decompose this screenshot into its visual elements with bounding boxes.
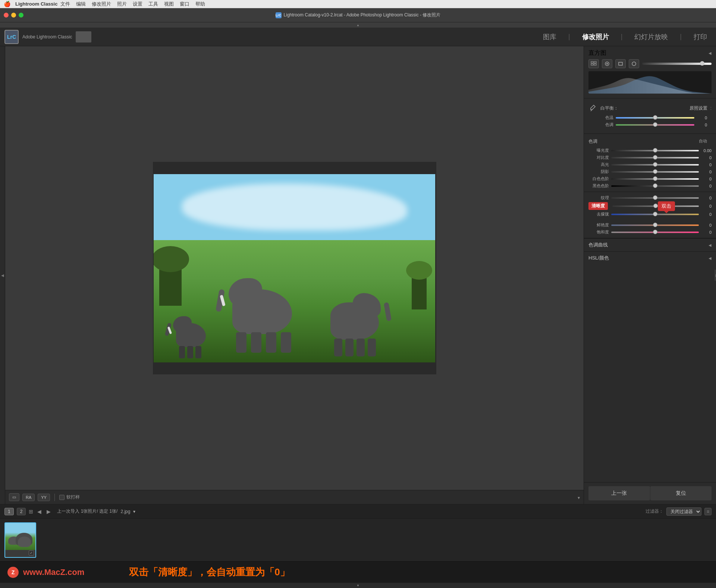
highlights-slider[interactable] — [611, 164, 699, 166]
menu-help[interactable]: 帮助 — [195, 1, 205, 7]
contrast-value: 0 — [701, 155, 712, 160]
soft-proof-checkbox[interactable] — [59, 495, 65, 500]
texture-thumb[interactable] — [653, 195, 657, 200]
vibrance-slider[interactable] — [611, 224, 699, 226]
menu-file[interactable]: 文件 — [60, 1, 70, 7]
filmstrip-thumb-1[interactable]: 1 ✓ — [4, 522, 36, 558]
histogram-spot-tool[interactable] — [615, 59, 626, 68]
contrast-slider[interactable] — [611, 157, 699, 158]
blacks-thumb[interactable] — [653, 183, 657, 188]
shadows-slider[interactable] — [611, 171, 699, 173]
whites-thumb[interactable] — [653, 176, 657, 181]
nav-divider-1: | — [568, 33, 570, 41]
filmstrip-prev-button[interactable]: ◀ — [36, 509, 43, 515]
lr-logo-area: LrC Adobe Lightroom Classic — [0, 30, 96, 44]
tab-library[interactable]: 图库 — [540, 31, 559, 43]
auto-button[interactable]: 自动 — [699, 138, 712, 144]
menu-settings[interactable]: 设置 — [133, 1, 142, 7]
elephant-big-leg3 — [266, 332, 276, 353]
soft-proof-label: 软打样 — [66, 494, 80, 500]
hsl-section[interactable]: HSL/颜色 ◀ — [584, 251, 716, 264]
wb-preset-dropdown[interactable]: 原照设置 — [690, 105, 707, 111]
filmstrip-next-button[interactable]: ▶ — [45, 509, 52, 515]
lr-logo: LrC — [4, 30, 19, 44]
tint-slider[interactable] — [616, 124, 694, 126]
ra-button[interactable]: RA — [22, 494, 35, 501]
dehaze-slider[interactable] — [611, 214, 699, 215]
apple-menu[interactable]: 🍎 — [4, 1, 11, 7]
reset-button[interactable]: 复位 — [650, 486, 712, 500]
view-mode-button[interactable]: ▭ — [9, 493, 19, 501]
wb-eyedropper-tool[interactable] — [588, 104, 597, 113]
histogram-grid-tool[interactable] — [588, 59, 599, 68]
filmstrip-filename[interactable]: 2.jpg — [120, 509, 130, 514]
vibrance-thumb[interactable] — [653, 223, 657, 227]
exposure-slider[interactable] — [611, 150, 699, 151]
elephant-mid-leg4 — [368, 339, 376, 356]
presence-section: 纹理 0 双击 清晰度 0 — [584, 192, 716, 238]
menu-photo[interactable]: 照片 — [117, 1, 127, 7]
top-collapse-arrow[interactable] — [0, 22, 716, 28]
histogram-exposure-slider[interactable] — [642, 63, 712, 65]
color-temp-thumb[interactable] — [653, 115, 657, 120]
right-expand-arrow[interactable]: ▶ — [715, 270, 716, 281]
bottom-collapse-arrow[interactable] — [0, 583, 716, 588]
filmstrip-num2-button[interactable]: 2 — [17, 508, 26, 515]
tab-print[interactable]: 打印 — [691, 31, 710, 43]
exposure-thumb[interactable] — [653, 148, 657, 152]
clarity-slider[interactable] — [612, 205, 699, 207]
tint-value: 0 — [697, 123, 707, 127]
elephant-small-head — [173, 316, 192, 333]
svg-rect-1 — [594, 62, 596, 63]
left-panel[interactable]: ◀ — [0, 46, 5, 504]
app-name: Lightroom Classic — [15, 1, 57, 7]
filmstrip-num1-button[interactable]: 1 — [4, 508, 14, 515]
filmstrip-filename-arrow[interactable]: ▾ — [133, 509, 135, 514]
saturation-slider[interactable] — [611, 232, 699, 233]
filmstrip-grid-button[interactable]: ⊞ — [29, 509, 33, 515]
maximize-button[interactable] — [19, 13, 23, 18]
saturation-thumb[interactable] — [653, 230, 657, 234]
whites-slider[interactable] — [611, 178, 699, 180]
yy-button[interactable]: YY — [38, 494, 50, 501]
tone-curves-section[interactable]: 色调曲线 ◀ — [584, 238, 716, 251]
histogram-collapse-icon[interactable]: ◀ — [709, 51, 712, 55]
tree-left — [159, 261, 182, 306]
highlights-value: 0 — [701, 163, 712, 167]
whites-row: 白色色阶 0 — [584, 176, 716, 182]
histogram-crop-tool[interactable] — [602, 59, 612, 68]
texture-slider[interactable] — [611, 197, 699, 199]
histogram-redeye-tool[interactable] — [629, 59, 639, 68]
clarity-label-highlighted[interactable]: 清晰度 — [588, 202, 608, 210]
clarity-thumb[interactable] — [653, 204, 658, 208]
shadows-thumb[interactable] — [653, 169, 657, 174]
svg-rect-3 — [594, 64, 596, 65]
tab-slideshow[interactable]: 幻灯片放映 — [631, 31, 671, 43]
elephant-big-leg4 — [281, 332, 291, 353]
menu-view[interactable]: 视图 — [164, 1, 174, 7]
dehaze-label: 去朦胧 — [588, 211, 609, 217]
toolbar-dropdown[interactable]: ▾ — [578, 495, 580, 500]
thumb-checkmark[interactable]: ✓ — [29, 550, 34, 556]
filter-select[interactable]: 关闭过滤器 — [666, 507, 701, 516]
contrast-thumb[interactable] — [653, 155, 657, 160]
white-balance-section: 白平衡： 原照设置 : 色温 0 色调 — [584, 101, 716, 134]
minimize-button[interactable] — [11, 13, 16, 18]
dehaze-thumb[interactable] — [653, 212, 657, 216]
tab-develop[interactable]: 修改照片 — [579, 31, 612, 43]
texture-value: 0 — [701, 196, 712, 200]
prev-photo-button[interactable]: 上一张 — [588, 486, 650, 500]
elephant-mid-leg3 — [357, 339, 365, 356]
nav-divider-2: | — [621, 33, 623, 41]
tint-thumb[interactable] — [653, 122, 657, 127]
histogram-exposure-thumb[interactable] — [700, 61, 704, 66]
filmstrip-expand-button[interactable]: ≡ — [704, 508, 712, 515]
highlights-thumb[interactable] — [653, 162, 657, 167]
color-temp-slider[interactable] — [616, 117, 694, 119]
menu-develop[interactable]: 修改照片 — [92, 1, 111, 7]
menu-window[interactable]: 窗口 — [180, 1, 189, 7]
close-button[interactable] — [4, 13, 9, 18]
blacks-slider[interactable] — [611, 185, 699, 187]
menu-tools[interactable]: 工具 — [148, 1, 158, 7]
menu-edit[interactable]: 编辑 — [76, 1, 86, 7]
